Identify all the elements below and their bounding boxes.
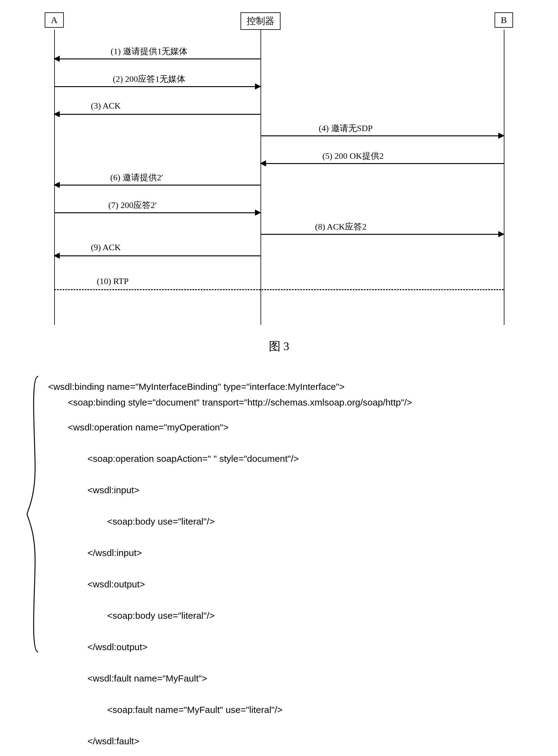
code-line: <soap:binding style="document" transport…: [48, 395, 525, 410]
arrow-left-icon: [54, 111, 60, 117]
code-line: <soap:fault name="MyFault" use="literal"…: [48, 702, 525, 718]
msg-9-label: (9) ACK: [91, 242, 121, 252]
msg-6-label: (6) 邀请提供2′: [110, 172, 163, 183]
code-line: <wsdl:binding name="MyInterfaceBinding" …: [48, 381, 345, 392]
arrow-left-icon: [260, 160, 266, 166]
lifeline-controller: [260, 30, 261, 325]
figure-3-caption: 图 3: [19, 339, 539, 354]
arrow-right-icon: [255, 210, 261, 216]
msg-3-label: (3) ACK: [91, 101, 121, 111]
participant-b: B: [494, 12, 513, 28]
lifeline-b: [504, 30, 504, 325]
code-line: <wsdl:output>: [48, 576, 525, 592]
arrow-left-icon: [54, 56, 60, 62]
code-line: <soap:operation soapAction=" " style="do…: [48, 451, 525, 466]
msg-10-label: (10) RTP: [97, 276, 128, 286]
msg-8-label: (8) ACK应答2: [315, 221, 366, 233]
code-frame: <wsdl:binding name="MyInterfaceBinding" …: [26, 373, 532, 756]
code-line: <soap:body use="literal"/>: [48, 608, 525, 623]
arrow-right-icon: [498, 231, 504, 237]
code-line: <wsdl:fault name="MyFault">: [48, 671, 525, 686]
lifeline-a: [54, 30, 55, 325]
code-block: <wsdl:binding name="MyInterfaceBinding" …: [48, 379, 525, 756]
figure-4a: <wsdl:binding name="MyInterfaceBinding" …: [19, 373, 539, 756]
participant-a: A: [45, 12, 64, 28]
arrow-right-icon: [255, 83, 261, 89]
code-line: </wsdl:input>: [48, 545, 525, 561]
arrow-right-icon: [498, 133, 504, 139]
msg-2-label: (2) 200应答1无媒体: [113, 73, 185, 85]
figure-3: A 控制器 B (1) 邀请提供1无媒体 (2) 200应答1无媒体 (3) A…: [19, 12, 539, 354]
msg-7-label: (7) 200应答2′: [108, 199, 157, 211]
arrow-left-icon: [54, 252, 60, 259]
msg-5-label: (5) 200 OK提供2: [323, 150, 384, 162]
code-line: </wsdl:fault>: [48, 733, 525, 749]
code-line: <soap:body use="literal"/>: [48, 514, 525, 529]
code-line: </wsdl:output>: [48, 639, 525, 655]
arrow-left-icon: [54, 182, 60, 188]
code-line: <wsdl:operation name="myOperation">: [48, 420, 525, 435]
msg-4-label: (4) 邀请无SDP: [319, 123, 373, 134]
participant-controller: 控制器: [240, 12, 281, 30]
msg-1-label: (1) 邀请提供1无媒体: [110, 46, 187, 57]
code-line: <wsdl:input>: [48, 482, 525, 498]
brace-icon: [26, 376, 39, 653]
